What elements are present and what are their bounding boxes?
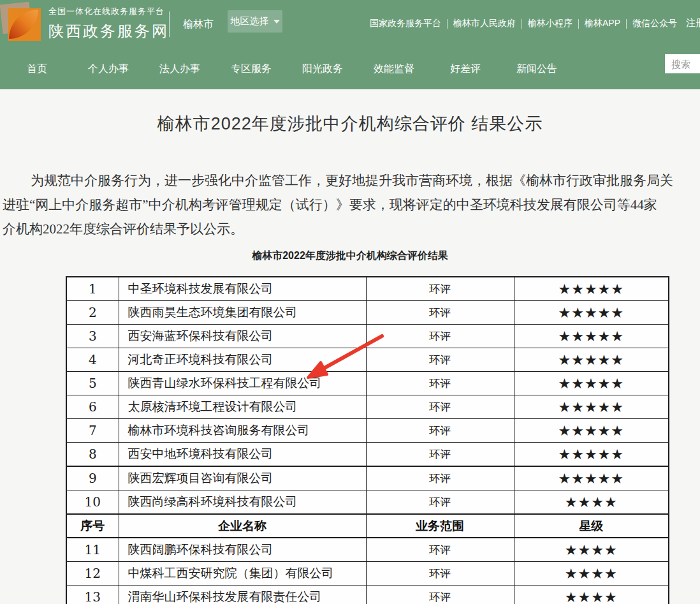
cell-no: 7: [66, 419, 119, 443]
cell-stars: ★★★★: [514, 490, 669, 515]
cell-name: 陕西阔鹏环保科技有限公司: [119, 538, 366, 562]
site-name: 陕西政务服务网: [48, 21, 169, 41]
top-link-city-government[interactable]: 榆林市人民政府: [453, 18, 516, 29]
cell-no: 3: [66, 325, 119, 348]
nav-item-corporate[interactable]: 法人办事: [144, 48, 215, 89]
site-logo[interactable]: [1, 2, 42, 43]
table-row: 13渭南华山环保科技发展有限责任公司环评★★★★: [66, 586, 669, 604]
cell-name: 中圣环境科技发展有限公司: [119, 277, 366, 301]
region-select-label: 地区选择: [231, 15, 269, 27]
cell-scope: 环评: [366, 348, 514, 372]
top-link-wechat[interactable]: 微信公众号: [632, 18, 677, 29]
table-row: 2陕西雨昊生态环境集团有限公司环评★★★★★: [66, 301, 669, 325]
cell-scope: 环评: [366, 325, 514, 348]
cell-name: 西安海蓝环保科技有限公司: [119, 325, 366, 348]
cell-name: 中煤科工西安研究院（集团）有限公司: [119, 562, 366, 586]
paragraph-line: 为规范中介服务行为，进一步强化中介监管工作，更好地提升我市营商环境，根据《榆林市…: [3, 168, 700, 193]
cell-stars: ★★★★★: [514, 277, 669, 301]
cell-stars: ★★★★★: [514, 419, 669, 443]
cell-no: 10: [66, 490, 119, 515]
top-links: 国家政务服务平台 榆林市人民政府 榆林小程序 榆林APP 微信公众号: [370, 18, 677, 29]
table-header-row: 序号企业名称业务范围星级: [66, 514, 669, 538]
top-link-national-platform[interactable]: 国家政务服务平台: [370, 18, 441, 29]
nav-item-personal[interactable]: 个人办事: [73, 48, 144, 89]
register-link[interactable]: 注册: [686, 17, 700, 29]
cell-scope: 环评: [366, 490, 514, 515]
cell-scope: 环评: [366, 443, 514, 467]
cell-stars: ★★★★★: [514, 325, 669, 348]
cell-no: 5: [66, 372, 119, 395]
table-row: 5陕西青山绿水环保科技工程有限公司环评★★★★★: [66, 372, 669, 395]
nav-item-news[interactable]: 新闻公告: [501, 48, 572, 89]
main-nav: 首页 个人办事 法人办事 专区服务 阳光政务 效能监督 好差评 新闻公告: [0, 48, 700, 89]
announcement-paragraph: 为规范中介服务行为，进一步强化中介监管工作，更好地提升我市营商环境，根据《榆林市…: [3, 168, 700, 241]
logo-front-square: [8, 8, 41, 41]
table-row: 1中圣环境科技发展有限公司环评★★★★★: [66, 277, 669, 301]
cell-scope: 环评: [366, 466, 514, 490]
column-header: 企业名称: [119, 514, 366, 538]
cell-scope: 环评: [366, 277, 514, 301]
table-row: 4河北奇正环境科技有限公司环评★★★★★: [66, 348, 669, 372]
table-wrap: 1中圣环境科技发展有限公司环评★★★★★2陕西雨昊生态环境集团有限公司环评★★★…: [66, 276, 669, 604]
top-link-app[interactable]: 榆林APP: [585, 18, 620, 29]
cell-no: 1: [66, 277, 119, 301]
cell-no: 13: [66, 586, 119, 604]
platform-name: 全国一体化在线政务服务平台: [48, 6, 169, 17]
divider: [447, 19, 448, 29]
paragraph-line: 进驻“网上中介服务超市”中介机构考评管理规定（试行）》要求，现将评定的中圣环境科…: [3, 193, 700, 217]
cell-name: 河北奇正环境科技有限公司: [119, 348, 366, 372]
cell-name: 太原核清环境工程设计有限公司: [119, 395, 366, 419]
table-row: 9陕西宏辉项目咨询有限公司环评★★★★★: [66, 466, 669, 490]
divider: [626, 19, 627, 29]
cell-name: 陕西尚绿高科环境科技有限公司: [119, 490, 366, 515]
nav-item-efficiency-supervision[interactable]: 效能监督: [358, 48, 430, 89]
cell-scope: 环评: [366, 372, 514, 395]
table-row: 12中煤科工西安研究院（集团）有限公司环评★★★★: [66, 562, 669, 586]
cell-no: 4: [66, 348, 119, 372]
nav-item-open-government[interactable]: 阳光政务: [287, 48, 358, 89]
divider: [521, 19, 522, 29]
table-row: 8西安中地环境科技有限公司环评★★★★★: [66, 443, 669, 467]
cell-stars: ★★★★★: [514, 372, 669, 395]
nav-item-home[interactable]: 首页: [1, 48, 73, 89]
cell-no: 9: [66, 466, 119, 490]
logo-leaf-icon: [9, 10, 38, 39]
region-select-button[interactable]: 地区选择: [228, 10, 282, 33]
cell-no: 2: [66, 301, 119, 325]
cell-no: 6: [66, 395, 119, 419]
cell-stars: ★★★★★: [514, 395, 669, 419]
cell-scope: 环评: [366, 395, 514, 419]
cell-name: 西安中地环境科技有限公司: [119, 443, 366, 467]
table-row: 7榆林市环境科技咨询服务有限公司环评★★★★★: [66, 419, 669, 443]
table-caption: 榆林市2022年度涉批中介机构综合评价结果: [0, 249, 700, 263]
cell-scope: 环评: [366, 301, 514, 325]
table-row: 11陕西阔鹏环保科技有限公司环评★★★★: [66, 538, 669, 562]
paragraph-line: 介机构2022年度综合评价结果予以公示。: [3, 217, 700, 241]
cell-scope: 环评: [366, 586, 514, 604]
cell-stars: ★★★★: [514, 538, 669, 562]
cell-name: 榆林市环境科技咨询服务有限公司: [119, 419, 366, 443]
current-city-label: 榆林市: [183, 18, 214, 31]
cell-scope: 环评: [366, 419, 514, 443]
cell-stars: ★★★★★: [514, 348, 669, 372]
cell-stars: ★★★★★: [514, 301, 669, 325]
cell-name: 渭南华山环保科技发展有限责任公司: [119, 586, 366, 604]
top-link-mini-program[interactable]: 榆林小程序: [528, 18, 572, 29]
cell-stars: ★★★★: [514, 586, 669, 604]
cell-no: 12: [66, 562, 119, 586]
nav-item-rating[interactable]: 好差评: [430, 48, 501, 89]
cell-name: 陕西宏辉项目咨询有限公司: [119, 466, 366, 490]
column-header: 序号: [66, 514, 119, 538]
search-input[interactable]: [665, 54, 700, 73]
table-row: 6太原核清环境工程设计有限公司环评★★★★★: [66, 395, 669, 419]
page-title: 榆林市2022年度涉批中介机构综合评价 结果公示: [0, 112, 700, 135]
cell-name: 陕西青山绿水环保科技工程有限公司: [119, 372, 366, 395]
cell-scope: 环评: [366, 538, 514, 562]
chevron-down-icon: [273, 20, 280, 24]
eval-table-body: 1中圣环境科技发展有限公司环评★★★★★2陕西雨昊生态环境集团有限公司环评★★★…: [66, 277, 669, 604]
eval-table: 1中圣环境科技发展有限公司环评★★★★★2陕西雨昊生态环境集团有限公司环评★★★…: [66, 276, 669, 604]
nav-item-zone-services[interactable]: 专区服务: [215, 48, 287, 89]
cell-scope: 环评: [366, 562, 514, 586]
divider: [169, 11, 170, 37]
table-row: 3西安海蓝环保科技有限公司环评★★★★★: [66, 325, 669, 348]
